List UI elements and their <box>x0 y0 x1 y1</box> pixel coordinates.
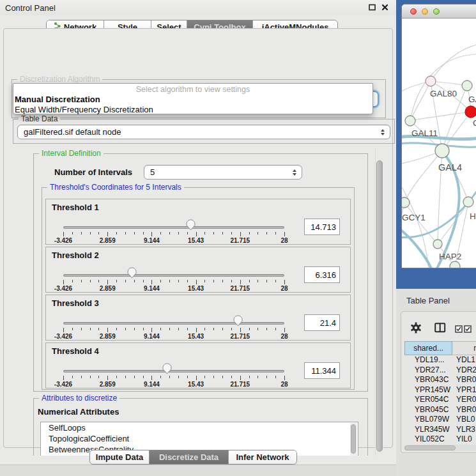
float-icon[interactable] <box>368 3 377 12</box>
column-header-name[interactable]: na <box>452 341 476 355</box>
algorithm-group-title: Discretization Algorithm <box>17 75 102 84</box>
cell-name: YPR1 <box>456 385 476 395</box>
table-data-combobox[interactable]: galFiltered.sif default node <box>17 125 390 139</box>
cell-shared-name: YBL079W <box>415 415 449 425</box>
attribute-list-item[interactable]: SelfLoops <box>41 422 358 433</box>
network-node-h[interactable] <box>463 197 473 207</box>
table-row[interactable]: YIL052CYIL0 <box>401 434 476 444</box>
checkbox-icon[interactable] <box>455 324 463 335</box>
tick-label: -3.426 <box>54 237 72 244</box>
network-window: GAL80GACGAL11GAL4GCY1HHAP2 <box>401 4 476 268</box>
attributes-list-scrollbar[interactable] <box>350 423 357 456</box>
table-row[interactable]: YDR27...YDR2 <box>401 365 476 376</box>
algorithm-dropdown-popup: Select algorithm to view settings Manual… <box>13 83 373 114</box>
network-node-label: GAL80 <box>430 89 457 98</box>
settings-scrollbar[interactable] <box>375 148 383 456</box>
threshold-panel: Threshold 4 -3.4262.8599.14415.4321.7152… <box>45 342 351 388</box>
threshold-value-input[interactable] <box>304 266 340 283</box>
network-node-gal11[interactable] <box>405 116 415 126</box>
attribute-list-item[interactable]: TopologicalCoefficient <box>41 433 358 444</box>
tab-label: Impute Data <box>96 452 143 462</box>
tab-infer-network[interactable]: Infer Network <box>229 450 296 464</box>
gear-icon[interactable] <box>410 322 422 336</box>
tab-label: Infer Network <box>236 452 289 462</box>
tick-label: 28 <box>280 285 288 292</box>
network-node-gcy1[interactable] <box>402 197 410 208</box>
column-header-shared-name[interactable]: shared... <box>404 341 452 355</box>
network-node-gal80[interactable] <box>426 76 436 86</box>
cell-name: YBR0 <box>456 375 476 385</box>
cyni-mode-tabs: Impute DataDiscretize DataInfer Network <box>89 450 297 464</box>
attributes-group-title: Attributes to discretize <box>39 394 119 403</box>
network-canvas[interactable]: GAL80GACGAL11GAL4GCY1HHAP2 <box>402 19 476 268</box>
minimize-traffic-light-icon[interactable] <box>422 8 428 15</box>
network-edge <box>410 112 471 121</box>
combo-stepper-icon <box>381 129 385 135</box>
table-hscrollbar[interactable] <box>404 445 476 451</box>
slider-thumb[interactable] <box>186 219 196 231</box>
table-row[interactable]: YER054CYER0 <box>401 395 476 405</box>
slider-tick-labels: -3.4262.8599.14415.4321.71528 <box>63 285 284 293</box>
network-edge <box>410 81 431 121</box>
network-node-label: GA <box>468 95 476 104</box>
num-intervals-spinner[interactable]: 5 <box>144 165 302 180</box>
slider-tick-labels: -3.4262.8599.14415.4321.71528 <box>63 381 284 388</box>
threshold-slider[interactable] <box>63 322 284 325</box>
cell-name: YBL0 <box>456 415 475 425</box>
table-row[interactable]: YBR043CYBR0 <box>401 375 476 385</box>
popup-option[interactable]: Manual Discretization <box>13 95 372 105</box>
network-node-gal4[interactable] <box>435 144 449 158</box>
tick-label: 9.144 <box>144 237 160 244</box>
cell-name: YLR3 <box>456 425 475 435</box>
threshold-value-input[interactable] <box>304 219 340 235</box>
right-region: GAL80GACGAL11GAL4GCY1HHAP2 Table Panel <box>396 0 476 476</box>
slider-thumb[interactable] <box>127 267 137 279</box>
threshold-slider[interactable] <box>63 274 284 277</box>
table-header: shared...na <box>401 341 476 355</box>
threshold-label: Threshold 1 <box>52 203 99 212</box>
columns-icon[interactable] <box>434 323 446 335</box>
cell-shared-name: YBR045C <box>415 405 449 415</box>
table-row[interactable]: YLR345WYLR3 <box>401 425 476 435</box>
table-row[interactable]: YBL079WYBL0 <box>401 415 476 425</box>
slider-tick-labels: -3.4262.8599.14415.4321.71528 <box>63 333 284 341</box>
slider-thumb[interactable] <box>162 363 172 374</box>
cell-shared-name: YER054C <box>415 395 449 405</box>
network-node-c[interactable] <box>465 106 476 118</box>
num-intervals-value: 5 <box>150 167 155 177</box>
threshold-slider[interactable] <box>63 226 284 229</box>
network-node-ga[interactable] <box>462 81 472 91</box>
network-node[interactable] <box>450 261 460 268</box>
slider-tick-labels: -3.4262.8599.14415.4321.71528 <box>63 237 284 245</box>
tick-label: 9.144 <box>144 381 160 388</box>
slider-thumb[interactable] <box>233 315 243 326</box>
tick-label: 15.43 <box>188 333 204 340</box>
network-window-titlebar[interactable] <box>402 4 476 19</box>
table-panel-region: Table Panel <box>396 289 476 476</box>
threshold-panel: Threshold 3 -3.4262.8599.14415.4321.7152… <box>45 295 351 341</box>
tick-label: 21.715 <box>231 237 250 244</box>
tick-label: -3.426 <box>54 381 72 388</box>
close-icon[interactable] <box>381 3 390 12</box>
tab-impute-data[interactable]: Impute Data <box>90 450 150 464</box>
threshold-value-input[interactable] <box>304 314 340 331</box>
cell-shared-name: YDL19... <box>415 355 445 365</box>
cell-name: YBR0 <box>456 405 476 415</box>
checkbox-icon[interactable] <box>464 324 472 335</box>
popup-option[interactable]: Equal Width/Frequency Discretization <box>13 105 372 115</box>
close-traffic-light-icon[interactable] <box>410 8 417 15</box>
tab-label: Discretize Data <box>159 452 219 462</box>
zoom-traffic-light-icon[interactable] <box>433 8 440 15</box>
threshold-panel: Threshold 1 -3.4262.8599.14415.4321.7152… <box>45 199 351 245</box>
threshold-value-input[interactable] <box>304 362 340 379</box>
control-panel: Control Panel NetworkStyleSelectCyni Too… <box>0 0 396 476</box>
tick-label: 2.859 <box>100 333 116 340</box>
tick-label: 2.859 <box>100 381 116 388</box>
tab-discretize-data[interactable]: Discretize Data <box>150 450 229 464</box>
table-row[interactable]: YPR145WYPR1 <box>401 385 476 395</box>
table-data-group: Table Data galFiltered.sif default node <box>13 119 395 144</box>
table-row[interactable]: YBR045CYBR0 <box>401 405 476 415</box>
threshold-slider[interactable] <box>63 370 284 372</box>
network-node-hap2[interactable] <box>433 240 442 249</box>
table-row[interactable]: YDL19...YDL1 <box>401 355 476 365</box>
